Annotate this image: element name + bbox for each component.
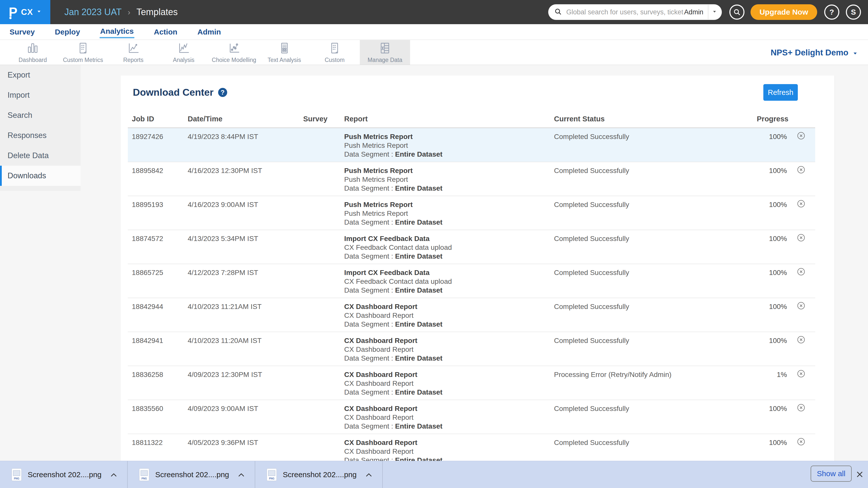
toolbar-tab-dashboard[interactable]: Dashboard [7,40,58,65]
toolbar-tab-custom-metrics[interactable]: Custom Metrics [58,40,108,65]
cancel-job-icon[interactable] [797,165,806,196]
data-segment: Data Segment : Entire Dataset [344,388,544,397]
avatar[interactable]: S [846,4,861,20]
report-subtitle: CX Feedback Contact data upload [344,277,544,286]
title-row: Download Center ? Refresh [121,84,835,101]
report: Import CX Feedback Data CX Feedback Cont… [340,264,544,298]
report: CX Dashboard Report CX Dashboard Report … [340,400,544,434]
search-input[interactable] [566,8,684,17]
column-header-job-id: Job ID [128,115,184,123]
product-switcher[interactable]: P CX [0,0,50,24]
data-segment: Data Segment : Entire Dataset [344,150,544,159]
downloaded-file-item[interactable]: PNG Screenshot 202....png [255,461,383,488]
app-screen: P CX Jan 2023 UAT › Templates Admin Upgr… [0,0,868,488]
nav-admin[interactable]: Admin [197,26,221,38]
downloaded-file-item[interactable]: PNG Screenshot 202....png [0,461,128,488]
questionpro-logo-icon: P [9,5,18,19]
table-row: 18811322 4/05/2023 9:36PM IST CX Dashboa… [128,434,815,461]
column-header-date-time: Date/Time [184,115,299,123]
toolbar-tab-custom[interactable]: Custom [309,40,360,65]
cancel-job-icon[interactable] [797,233,806,264]
cancel-job-icon[interactable] [797,301,806,332]
breadcrumb-parent[interactable]: Jan 2023 UAT [64,7,122,18]
toolbar-tab-reports[interactable]: Reports [108,40,158,65]
sidebar-item-responses[interactable]: Responses [0,125,81,146]
chevron-up-icon[interactable] [365,472,372,477]
divider [708,5,708,19]
report-title: CX Dashboard Report [344,438,544,447]
help-button[interactable]: ? [824,4,839,20]
nav-survey[interactable]: Survey [9,26,35,38]
cancel-job-icon[interactable] [797,131,806,162]
project-selector[interactable]: NPS+ Delight Demo [771,40,858,65]
nav-analytics[interactable]: Analytics [100,25,134,38]
scatter-chart-icon [227,41,241,55]
toolbar-tab-manage-data[interactable]: Manage Data [360,40,410,65]
toolbar-tab-label: Text Analysis [268,57,301,63]
report-title: CX Dashboard Report [344,370,544,379]
job-id: 18842941 [128,332,184,366]
sidebar-item-search[interactable]: Search [0,105,81,125]
nav-action[interactable]: Action [153,26,178,38]
upgrade-now-button[interactable]: Upgrade Now [750,4,817,20]
help-icon[interactable]: ? [218,88,227,97]
toolbar-tab-choice-modelling[interactable]: Choice Modelling [209,40,259,65]
refresh-button[interactable]: Refresh [763,84,798,101]
table-row: 18842941 4/10/2023 11:20AM IST CX Dashbo… [128,332,815,366]
cancel-job-icon[interactable] [797,267,806,298]
report: CX Dashboard Report CX Dashboard Report … [340,298,544,332]
survey [299,128,340,162]
doc-icon [328,41,341,55]
actions [787,434,815,461]
toolbar-tab-label: Reports [123,57,144,63]
sidebar-item-delete-data[interactable]: Delete Data [0,146,81,166]
sidebar-item-export[interactable]: Export [0,65,81,85]
cancel-job-icon[interactable] [797,403,806,434]
sidebar-item-import[interactable]: Import [0,85,81,105]
report-subtitle: CX Dashboard Report [344,379,544,388]
actions [787,196,815,230]
report: Import CX Feedback Data CX Feedback Cont… [340,230,544,264]
date-time: 4/10/2023 11:21AM IST [184,298,299,332]
sidebar-item-downloads[interactable]: Downloads [0,166,81,186]
column-header-report: Report [340,115,544,123]
cancel-job-icon[interactable] [797,369,806,400]
downloaded-file-item[interactable]: PNG Screenshot 202....png [128,461,255,488]
date-time: 4/12/2023 7:28PM IST [184,264,299,298]
cancel-job-icon[interactable] [797,437,806,461]
progress: 100% [757,264,787,298]
cancel-job-icon[interactable] [797,335,806,366]
toolbar-tab-text-analysis[interactable]: Text Analysis [259,40,309,65]
toolbar-tab-label: Custom Metrics [63,57,103,63]
report-title: CX Dashboard Report [344,336,544,345]
downloaded-file-name: Screenshot 202....png [155,470,229,479]
progress: 1% [757,366,787,400]
show-all-button[interactable]: Show all [811,466,851,482]
project-selector-label: NPS+ Delight Demo [771,48,848,57]
report: CX Dashboard Report CX Dashboard Report … [340,332,544,366]
survey [299,400,340,434]
current-status: Completed Successfully [544,162,757,196]
job-id: 18842944 [128,298,184,332]
job-id: 18836258 [128,366,184,400]
search-scope-label[interactable]: Admin [684,8,704,16]
cancel-job-icon[interactable] [797,199,806,230]
line-chart-icon [127,41,140,55]
table-header: Job IDDate/TimeSurveyReportCurrent Statu… [128,110,815,128]
job-id: 18835560 [128,400,184,434]
job-id: 18895842 [128,162,184,196]
report: CX Dashboard Report CX Dashboard Report … [340,366,544,400]
data-segment: Data Segment : Entire Dataset [344,184,544,193]
actions [787,298,815,332]
report-subtitle: Push Metrics Report [344,141,544,150]
search-button[interactable] [730,4,744,20]
toolbar-tab-analysis[interactable]: Analysis [158,40,209,65]
nav-deploy[interactable]: Deploy [54,26,81,38]
chevron-up-icon[interactable] [238,472,245,477]
report-subtitle: Push Metrics Report [344,175,544,184]
chevron-up-icon[interactable] [110,472,117,477]
report-title: Push Metrics Report [344,200,544,209]
date-time: 4/05/2023 9:36PM IST [184,434,299,461]
close-shelf-icon[interactable] [856,470,864,479]
search-scope-caret-icon[interactable] [712,10,717,15]
